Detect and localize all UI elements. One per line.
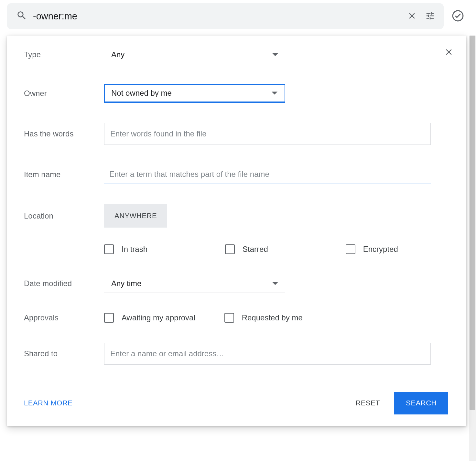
- reset-button[interactable]: RESET: [355, 399, 380, 407]
- location-label: Location: [24, 211, 104, 220]
- requested-by-me-checkbox[interactable]: [224, 313, 234, 323]
- caret-down-icon: [272, 92, 277, 95]
- close-icon: [407, 11, 417, 22]
- encrypted-label: Encrypted: [363, 245, 398, 254]
- caret-down-icon: [272, 53, 278, 56]
- item-name-label: Item name: [24, 170, 104, 179]
- encrypted-checkbox[interactable]: [346, 244, 355, 254]
- search-bar: [7, 3, 444, 29]
- date-modified-label: Date modified: [24, 279, 104, 288]
- has-words-label: Has the words: [24, 129, 104, 138]
- search-icon: [16, 10, 27, 22]
- location-chip[interactable]: ANYWHERE: [104, 204, 167, 228]
- starred-checkbox[interactable]: [225, 244, 235, 254]
- awaiting-approval-label: Awaiting my approval: [122, 313, 195, 322]
- shared-to-input[interactable]: [104, 343, 431, 365]
- date-modified-value: Any time: [111, 279, 141, 288]
- requested-by-me-label: Requested by me: [242, 313, 303, 322]
- tune-icon: [425, 11, 435, 22]
- search-options-button[interactable]: [421, 7, 439, 25]
- caret-down-icon: [272, 282, 278, 285]
- starred-label: Starred: [243, 245, 268, 254]
- in-trash-checkbox[interactable]: [104, 244, 114, 254]
- has-words-input[interactable]: [104, 123, 431, 145]
- search-button[interactable]: SEARCH: [394, 392, 448, 414]
- item-name-input[interactable]: [104, 165, 431, 184]
- approvals-label: Approvals: [24, 313, 104, 322]
- owner-dropdown[interactable]: Not owned by me: [104, 84, 285, 103]
- advanced-search-panel: Type Any Owner Not owned by me Has the w…: [7, 36, 466, 426]
- learn-more-link[interactable]: LEARN MORE: [24, 399, 72, 407]
- ready-offline-button[interactable]: [449, 7, 467, 25]
- shared-to-label: Shared to: [24, 349, 104, 358]
- clear-search-button[interactable]: [403, 7, 421, 25]
- type-label: Type: [24, 50, 104, 59]
- top-bar: [0, 0, 476, 32]
- close-icon: [444, 53, 454, 58]
- in-trash-label: In trash: [122, 245, 147, 254]
- date-modified-dropdown[interactable]: Any time: [104, 274, 285, 293]
- close-panel-button[interactable]: [441, 45, 457, 60]
- awaiting-approval-checkbox[interactable]: [104, 313, 114, 323]
- scrollbar-thumb[interactable]: [470, 36, 475, 410]
- type-dropdown-value: Any: [111, 50, 124, 59]
- owner-label: Owner: [24, 89, 104, 98]
- panel-footer: LEARN MORE RESET SEARCH: [24, 392, 448, 414]
- owner-dropdown-value: Not owned by me: [111, 89, 172, 98]
- check-circle-icon: [452, 10, 464, 23]
- scrollbar[interactable]: [469, 36, 476, 461]
- search-input[interactable]: [27, 11, 403, 22]
- type-dropdown[interactable]: Any: [104, 45, 285, 64]
